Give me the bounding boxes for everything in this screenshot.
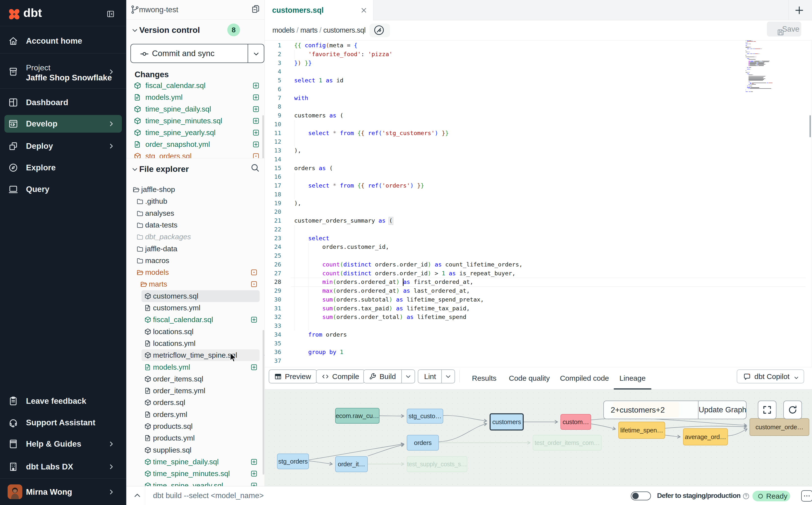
lineage-node-test_order_items_com[interactable]: test_order_items_com…: [533, 435, 602, 451]
chevron-down-icon[interactable]: [131, 166, 139, 173]
dbt-copilot-button[interactable]: dbt Copilot: [737, 369, 804, 383]
lineage-node-order_it[interactable]: order_it…: [335, 456, 368, 472]
changed-file-stg_orders.sql[interactable]: stg_orders.sql: [128, 150, 263, 158]
chevron-up-icon[interactable]: [133, 491, 143, 501]
changed-file-time_spine_minutes.sql[interactable]: time_spine_minutes.sql: [128, 115, 263, 127]
scrollbar-thumb[interactable]: [810, 115, 811, 137]
status-badge[interactable]: Ready: [753, 491, 790, 501]
stage-add-icon[interactable]: [250, 470, 258, 477]
command-text[interactable]: dbt build --select <model_name>: [153, 491, 264, 500]
stage-add-icon[interactable]: [252, 106, 260, 113]
lineage-node-orders[interactable]: orders: [407, 435, 439, 451]
lineage-node-custom[interactable]: custom…: [560, 414, 591, 430]
tree-item-orders.yml[interactable]: orders.yml: [126, 409, 263, 420]
folder-changed-icon[interactable]: [250, 281, 258, 288]
tree-item-customers.sql[interactable]: customers.sql: [142, 290, 260, 302]
tree-item-analyses[interactable]: analyses: [126, 207, 263, 219]
fullscreen-button[interactable]: [758, 400, 777, 419]
stage-add-icon[interactable]: [252, 117, 260, 125]
tree-item-data-tests[interactable]: data-tests: [126, 219, 263, 231]
build-dropdown[interactable]: [401, 370, 415, 383]
lineage-node-lifetime_spen[interactable]: lifetime_spen…: [618, 422, 665, 439]
tree-item-models.yml[interactable]: models.yml: [126, 361, 263, 373]
changed-file-models.yml[interactable]: models.yml: [128, 92, 263, 103]
tree-item-.github[interactable]: .github: [126, 195, 263, 207]
sidebar-item-leave-feedback[interactable]: Leave feedback: [4, 392, 122, 410]
tree-item-orders.sql[interactable]: orders.sql: [126, 397, 263, 408]
tree-item-locations.yml[interactable]: locations.yml: [126, 338, 263, 349]
sidebar-item-project[interactable]: ProjectJaffle Shop Snowflake: [4, 58, 122, 85]
tree-item-time_spine_daily.sql[interactable]: time_spine_daily.sql: [126, 456, 263, 468]
stage-add-icon[interactable]: [250, 482, 258, 486]
preview-button[interactable]: Preview: [269, 369, 317, 383]
tree-item-jaffle-shop[interactable]: jaffle-shop: [126, 184, 263, 195]
tree-item-products.sql[interactable]: products.sql: [126, 420, 263, 432]
refresh-button[interactable]: [783, 400, 802, 419]
copilot-inline-icon[interactable]: [369, 23, 390, 37]
tree-item-jaffle-data[interactable]: jaffle-data: [126, 243, 263, 255]
lineage-search-box[interactable]: 2+customers+2 Update Graph: [603, 400, 747, 419]
more-options-button[interactable]: [801, 490, 812, 502]
lineage-node-customer_orde[interactable]: customer_orde…: [750, 418, 809, 436]
help-icon[interactable]: [742, 492, 750, 500]
stage-add-icon[interactable]: [250, 316, 258, 323]
compile-button[interactable]: Compile: [316, 369, 365, 383]
breadcrumb-marts[interactable]: marts: [300, 26, 318, 34]
tree-item-customers.yml[interactable]: customers.yml: [126, 302, 263, 314]
update-graph-button[interactable]: Update Graph: [698, 401, 747, 419]
folder-changed-icon[interactable]: [250, 269, 258, 276]
stage-add-icon[interactable]: [252, 94, 260, 101]
tree-item-fiscal_calendar.sql[interactable]: fiscal_calendar.sql: [126, 314, 263, 326]
breadcrumb-customers.sql[interactable]: customers.sql: [323, 26, 365, 34]
stage-add-icon[interactable]: [252, 129, 260, 136]
stage-add-icon[interactable]: [252, 82, 260, 89]
breadcrumb-models[interactable]: models: [272, 26, 295, 34]
sidebar-item-develop[interactable]: Develop: [4, 115, 122, 133]
copy-branch-icon[interactable]: [251, 4, 260, 14]
sidebar-item-query[interactable]: Query: [4, 180, 122, 198]
stage-add-icon[interactable]: [250, 363, 258, 371]
lineage-search-value[interactable]: 2+customers+2: [611, 405, 665, 414]
changed-file-fiscal_calendar.sql[interactable]: fiscal_calendar.sql: [128, 80, 263, 92]
sidebar-item-account-home[interactable]: Account home: [4, 32, 122, 50]
tab-customers-sql[interactable]: customers.sql: [265, 0, 373, 20]
tree-item-supplies.sql[interactable]: supplies.sql: [126, 444, 263, 456]
tree-item-order_items.sql[interactable]: order_items.sql: [126, 373, 263, 385]
tree-item-time_spine_minutes.sql[interactable]: time_spine_minutes.sql: [126, 468, 263, 480]
scrollbar-thumb[interactable]: [262, 115, 264, 158]
build-button[interactable]: Build: [363, 369, 415, 383]
lint-button[interactable]: Lint: [418, 369, 455, 383]
sidebar-item-deploy[interactable]: Deploy: [4, 137, 122, 155]
stage-add-icon[interactable]: [250, 458, 258, 466]
stage-add-icon[interactable]: [252, 141, 260, 148]
lineage-node-test_supply_costs_s[interactable]: test_supply_costs_s…: [407, 456, 467, 472]
user-menu[interactable]: Mirna Wong: [4, 483, 122, 501]
panel-tab-lineage[interactable]: Lineage: [601, 367, 664, 389]
close-tab-icon[interactable]: [360, 6, 368, 14]
changed-file-order_snapshot.yml[interactable]: order_snapshot.yml: [128, 139, 263, 150]
tree-item-macros[interactable]: macros: [126, 255, 263, 267]
chevron-down-icon[interactable]: [131, 27, 139, 34]
lineage-node-average_ord[interactable]: average_ord…: [683, 428, 728, 446]
new-tab-icon[interactable]: [794, 5, 805, 16]
lineage-node-customers[interactable]: customers: [490, 413, 524, 431]
defer-toggle[interactable]: [631, 492, 651, 500]
code-editor[interactable]: 1{{ config(meta = {2 'favorite_food': 'p…: [265, 40, 812, 367]
tree-item-order_items.yml[interactable]: order_items.yml: [126, 385, 263, 397]
tree-item-marts[interactable]: marts: [126, 278, 263, 290]
lineage-node-stg_custo[interactable]: stg_custo…: [407, 409, 443, 424]
tree-item-products.yml[interactable]: products.yml: [126, 432, 263, 444]
sidebar-item-help-guides[interactable]: Help & Guides: [4, 435, 122, 453]
scrollbar-thumb[interactable]: [263, 330, 264, 475]
sidebar-item-dashboard[interactable]: Dashboard: [4, 94, 122, 111]
save-button[interactable]: Save: [767, 22, 801, 36]
tree-item-models[interactable]: models: [126, 267, 263, 278]
tree-item-locations.sql[interactable]: locations.sql: [126, 326, 263, 338]
sidebar-item-dbt-labs-dx[interactable]: dbt Labs DX: [4, 458, 122, 476]
search-icon[interactable]: [250, 163, 260, 173]
changed-file-time_spine_daily.sql[interactable]: time_spine_daily.sql: [128, 103, 263, 115]
modified-icon[interactable]: [252, 153, 260, 158]
tree-item-dbt_packages[interactable]: dbt_packages: [126, 231, 263, 243]
sidebar-item-support-assistant[interactable]: Support Assistant: [4, 414, 122, 432]
commit-and-sync-button[interactable]: Commit and sync: [130, 44, 264, 63]
